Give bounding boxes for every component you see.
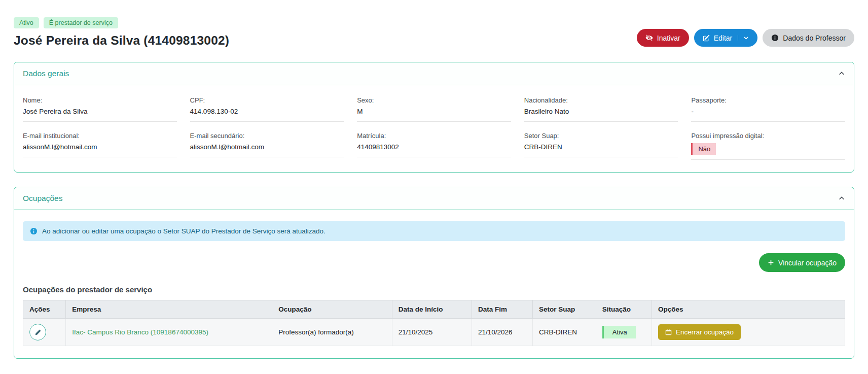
- cell-acoes: [23, 319, 66, 346]
- plus-icon: [768, 259, 774, 266]
- vincular-label: Vincular ocupação: [778, 259, 837, 267]
- field-value: M: [357, 107, 511, 122]
- col-header-setor-suap: Setor Suap: [533, 300, 596, 319]
- page-header: Ativo É prestador de serviço José Pereir…: [14, 17, 854, 48]
- edit-occupation-button[interactable]: [29, 324, 46, 341]
- field-value: 414.098.130-02: [190, 107, 344, 122]
- field-value: CRB-DIREN: [524, 142, 678, 157]
- col-header-data-fim: Data Fim: [472, 300, 533, 319]
- field-nome: Nome: José Pereira da Silva: [23, 96, 177, 122]
- info-alert-text: Ao adicionar ou editar uma ocupação o Se…: [42, 227, 326, 235]
- status-badges: Ativo É prestador de serviço: [14, 17, 229, 28]
- vincular-ocupacao-button[interactable]: Vincular ocupação: [759, 253, 845, 272]
- field-label: Matrícula:: [357, 132, 511, 140]
- cell-setor-suap: CRB-DIREN: [533, 319, 596, 346]
- ocupacoes-title: Ocupações: [23, 194, 62, 203]
- chevron-up-icon: [838, 70, 845, 77]
- field-value: Não: [691, 142, 845, 160]
- field-email-secundario: E-mail secundário: alissonM.l@hotmail.co…: [190, 132, 344, 160]
- dados-gerais-header: Dados gerais: [14, 62, 854, 85]
- field-label: Nome:: [23, 96, 177, 104]
- situacao-badge: Ativa: [602, 326, 636, 338]
- dados-gerais-card: Dados gerais Nome: José Pereira da Silva…: [14, 62, 854, 173]
- page-title: José Pereira da Silva (41409813002): [14, 33, 229, 48]
- empresa-link[interactable]: Ifac- Campus Rio Branco (10918674000395): [72, 328, 208, 336]
- vincular-row: Vincular ocupação: [23, 253, 845, 272]
- field-label: Setor Suap:: [524, 132, 678, 140]
- field-label: CPF:: [190, 96, 344, 104]
- field-label: Sexo:: [357, 96, 511, 104]
- calendar-icon: [665, 329, 672, 335]
- cell-data-fim: 21/10/2026: [472, 319, 533, 346]
- col-header-situacao: Situação: [596, 300, 652, 319]
- field-email-institucional: E-mail institucional: alissonM.l@hotmail…: [23, 132, 177, 160]
- field-value: -: [691, 107, 845, 122]
- cell-situacao: Ativa: [596, 319, 652, 346]
- collapse-dados-gerais-button[interactable]: [838, 70, 845, 77]
- chevron-down-icon[interactable]: [738, 35, 749, 41]
- provider-detail-page: Ativo É prestador de serviço José Pereir…: [0, 0, 868, 374]
- info-alert: Ao adicionar ou editar uma ocupação o Se…: [23, 221, 845, 241]
- field-cpf: CPF: 414.098.130-02: [190, 96, 344, 122]
- chevron-up-icon: [838, 195, 845, 202]
- field-value: 41409813002: [357, 142, 511, 157]
- pencil-icon: [34, 329, 42, 336]
- ocupacoes-card: Ocupações Ao adicionar ou editar uma ocu…: [14, 187, 854, 359]
- ocupacoes-table-title: Ocupações do prestador de serviço: [23, 285, 845, 294]
- inativar-button[interactable]: Inativar: [637, 29, 689, 47]
- header-left: Ativo É prestador de serviço José Pereir…: [14, 17, 229, 48]
- field-label: Passaporte:: [691, 96, 845, 104]
- cell-ocupacao: Professor(a) formador(a): [272, 319, 392, 346]
- ocupacoes-header: Ocupações: [14, 187, 854, 210]
- dados-professor-label: Dados do Professor: [783, 34, 846, 42]
- status-badge-prestador: É prestador de serviço: [44, 17, 118, 28]
- field-impressao-digital: Possui impressão digital: Não: [691, 132, 845, 160]
- cell-opcoes: Encerrar ocupação: [652, 319, 845, 346]
- ocupacoes-body: Ao adicionar ou editar uma ocupação o Se…: [14, 210, 854, 358]
- header-actions: Inativar Editar Dados do Professor: [637, 29, 854, 47]
- ocupacoes-table: Ações Empresa Ocupação Data de Início Da…: [23, 300, 845, 346]
- field-value: Brasileiro Nato: [524, 107, 678, 122]
- table-header-row: Ações Empresa Ocupação Data de Início Da…: [23, 300, 845, 319]
- inativar-label: Inativar: [657, 34, 680, 42]
- field-setor-suap: Setor Suap: CRB-DIREN: [524, 132, 678, 160]
- nao-badge: Não: [691, 143, 716, 155]
- info-circle-icon: [30, 227, 38, 235]
- col-header-ocupacao: Ocupação: [272, 300, 392, 319]
- col-header-acoes: Ações: [23, 300, 66, 319]
- col-header-empresa: Empresa: [66, 300, 272, 319]
- table-row: Ifac- Campus Rio Branco (10918674000395)…: [23, 319, 845, 346]
- cell-empresa: Ifac- Campus Rio Branco (10918674000395): [66, 319, 272, 346]
- col-header-data-inicio: Data de Início: [392, 300, 472, 319]
- field-label: E-mail institucional:: [23, 132, 177, 140]
- collapse-ocupacoes-button[interactable]: [838, 195, 845, 202]
- field-passaporte: Passaporte: -: [691, 96, 845, 122]
- field-matricula: Matrícula: 41409813002: [357, 132, 511, 160]
- dados-gerais-body: Nome: José Pereira da Silva CPF: 414.098…: [14, 85, 854, 172]
- field-label: E-mail secundário:: [190, 132, 344, 140]
- field-value: alissonM.l@hotmail.com: [23, 142, 177, 157]
- info-icon: [771, 34, 779, 42]
- field-sexo: Sexo: M: [357, 96, 511, 122]
- field-value: alissonM.l@hotmail.com: [190, 142, 344, 157]
- editar-label: Editar: [714, 34, 733, 42]
- dados-professor-button[interactable]: Dados do Professor: [763, 29, 854, 47]
- col-header-opcoes: Opções: [652, 300, 845, 319]
- status-badge-ativo: Ativo: [14, 17, 39, 28]
- encerrar-label: Encerrar ocupação: [676, 328, 734, 336]
- encerrar-ocupacao-button[interactable]: Encerrar ocupação: [658, 324, 741, 340]
- field-label: Nacionalidade:: [524, 96, 678, 104]
- editar-button[interactable]: Editar: [694, 29, 758, 47]
- eye-slash-icon: [645, 34, 653, 42]
- field-value: José Pereira da Silva: [23, 107, 177, 122]
- edit-pencil-icon: [703, 35, 710, 42]
- dados-gerais-title: Dados gerais: [23, 69, 69, 78]
- fields-grid: Nome: José Pereira da Silva CPF: 414.098…: [23, 96, 845, 160]
- cell-data-inicio: 21/10/2025: [392, 319, 472, 346]
- field-label: Possui impressão digital:: [691, 132, 845, 140]
- field-nacionalidade: Nacionalidade: Brasileiro Nato: [524, 96, 678, 122]
